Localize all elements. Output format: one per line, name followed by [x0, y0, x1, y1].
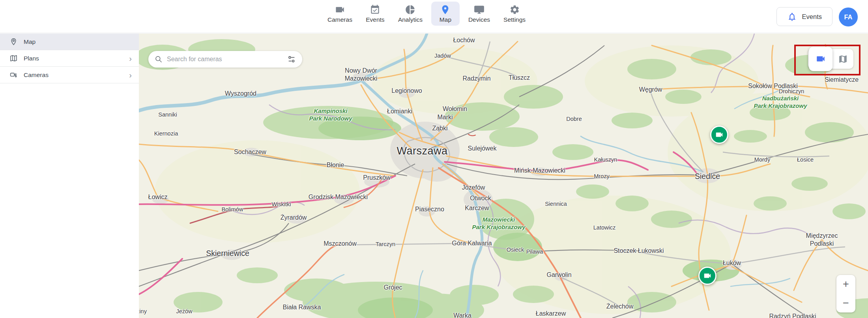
sidebar-item-map[interactable]: Map [0, 34, 139, 50]
camera-search-bar [148, 51, 302, 68]
nav-item-label: Cameras [327, 16, 352, 23]
nav-item-label: Events [366, 16, 384, 23]
nav-item-events[interactable]: Events [361, 2, 389, 26]
sidebar-item-plans[interactable]: Plans› [0, 50, 139, 67]
top-bar: CamerasEventsAnalyticsMapDevicesSettings… [0, 0, 868, 33]
map-icon [838, 54, 848, 64]
nav-item-map[interactable]: Map [431, 2, 460, 26]
nav-item-label: Devices [468, 16, 490, 23]
nav-item-cameras[interactable]: Cameras [323, 2, 357, 26]
sidebar: MapPlans›Cameras› [0, 34, 139, 318]
camera-marker[interactable] [698, 267, 716, 285]
sidebar-item-label: Plans [24, 55, 39, 62]
calendar-icon [370, 4, 380, 15]
zoom-in-button[interactable]: + [836, 275, 855, 294]
sidebar-item-label: Map [24, 38, 36, 45]
gear-icon [509, 4, 520, 15]
sidebar-item-cameras[interactable]: Cameras› [0, 67, 139, 83]
piechart-icon [405, 4, 415, 15]
main-nav: CamerasEventsAnalyticsMapDevicesSettings [323, 2, 530, 26]
videocam-icon [703, 271, 712, 280]
sidebar-item-label: Cameras [24, 72, 49, 79]
camera-marker[interactable] [710, 126, 728, 144]
nav-item-label: Analytics [398, 16, 423, 23]
zoom-out-button[interactable]: − [836, 294, 855, 313]
nav-item-label: Map [440, 16, 451, 23]
chevron-right-icon: › [129, 55, 132, 62]
monitor-icon [474, 4, 485, 15]
nav-item-analytics[interactable]: Analytics [393, 2, 427, 26]
camera-icon [9, 71, 18, 79]
nav-item-settings[interactable]: Settings [499, 2, 530, 26]
map-layer-button[interactable] [832, 49, 853, 69]
nav-item-devices[interactable]: Devices [464, 2, 495, 26]
avatar[interactable]: FA [839, 8, 858, 26]
events-button[interactable]: Events [776, 7, 832, 26]
zoom-controls: + − [836, 275, 855, 312]
chevron-right-icon: › [129, 71, 132, 79]
nav-item-label: Settings [503, 16, 526, 23]
layer-toggle [808, 49, 853, 69]
map-tiles-decoration [139, 34, 868, 318]
bell-icon [787, 12, 797, 22]
app-window: CamerasEventsAnalyticsMapDevicesSettings… [0, 0, 868, 318]
search-icon [155, 55, 163, 63]
map-icon [9, 54, 18, 62]
videocam-icon [715, 130, 724, 139]
filter-icon[interactable] [287, 55, 296, 64]
videocam-icon [816, 54, 826, 64]
videocam-icon [335, 4, 345, 15]
cameras-layer-button[interactable] [809, 47, 832, 71]
map-canvas[interactable]: ŁochówJadówSiemiatyczeNowy Dwór Mazowiec… [139, 34, 868, 318]
events-button-label: Events [802, 13, 822, 21]
pin-icon [440, 4, 451, 15]
pin-icon [9, 38, 18, 46]
search-input[interactable] [167, 56, 287, 63]
